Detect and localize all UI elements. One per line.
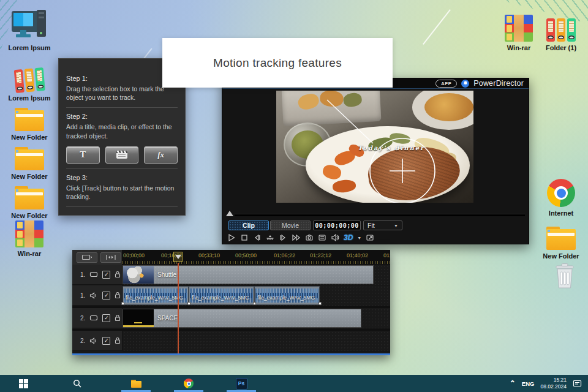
fit-range-icon [105, 254, 116, 260]
track-lane-audio-1[interactable]: file_example_WAV_5MG file_example_WAV_5M… [123, 285, 390, 306]
track-view-button[interactable] [77, 252, 97, 263]
seek-thumb[interactable] [226, 211, 233, 216]
desktop-icon-binders[interactable]: Folder (1) [535, 10, 587, 51]
add-media-clip-button[interactable] [105, 146, 139, 164]
timeline-toolbar [72, 250, 123, 265]
fx-icon: fx [157, 150, 164, 160]
lock-icon[interactable] [115, 271, 121, 278]
desktop-icon-internet[interactable]: Internet [535, 175, 587, 217]
track-enable-checkbox[interactable]: ✓ [102, 292, 110, 300]
desktop-icon-folder[interactable]: New Folder [535, 218, 587, 260]
desktop-icon-winrar[interactable]: Win-rar [4, 216, 55, 257]
start-button[interactable] [15, 375, 32, 392]
action-center-icon[interactable] [573, 380, 582, 388]
clock-date: 08.02.2024 [540, 383, 567, 390]
3d-mode-button[interactable]: 3D [344, 233, 353, 242]
seek-track[interactable] [235, 214, 525, 216]
next-frame-button[interactable] [279, 233, 287, 242]
desktop-icon-label: Lorem Ipsum [4, 44, 55, 51]
desktop-icon-folder[interactable]: New Folder [4, 178, 55, 219]
track-lane-video-2[interactable]: SPACE [123, 308, 390, 329]
lock-icon[interactable] [115, 292, 121, 299]
app-title: PowerDirector [473, 79, 524, 88]
play-button[interactable] [227, 233, 236, 242]
clip-handle[interactable] [253, 302, 256, 305]
seek-bar[interactable] [226, 211, 525, 217]
lock-icon[interactable] [115, 314, 121, 322]
tray-chevron-icon[interactable]: ⌃ [510, 379, 516, 388]
desktop-icon-recycle-bin[interactable] [539, 261, 588, 289]
taskbar-file-explorer[interactable] [126, 375, 146, 392]
track-number: 2. [80, 337, 85, 344]
video-clip-shuttle[interactable]: Shuttle [123, 265, 374, 284]
ruler-label: 00;33;10 [198, 252, 220, 258]
taskbar-photoshop[interactable]: Ps [232, 375, 251, 392]
notification-bell-icon[interactable] [461, 80, 469, 88]
track-lane-video-1[interactable]: Shuttle [123, 265, 390, 285]
fit-timeline-button[interactable] [100, 252, 121, 263]
desktop-icon-folder[interactable]: New Folder [4, 138, 55, 180]
language-indicator[interactable]: ENG [522, 380, 535, 387]
chevron-down-icon[interactable]: ▼ [357, 236, 361, 240]
stop-button[interactable] [240, 233, 249, 242]
folder-icon [15, 108, 44, 131]
app-badge[interactable]: APP [435, 80, 457, 88]
add-effect-button[interactable]: fx [144, 146, 178, 164]
track-enable-checkbox[interactable]: ✓ [102, 314, 110, 322]
clip-handle[interactable] [187, 302, 190, 305]
desktop-icon-binders[interactable]: Lorem Ipsum [4, 60, 55, 102]
previous-frame-button[interactable] [253, 233, 262, 242]
timecode-display: 00;00;00;00 [313, 221, 361, 230]
track-enable-checkbox[interactable]: ✓ [102, 337, 110, 345]
taskbar-clock[interactable]: 15:21 08.02.2024 [540, 377, 567, 390]
chrome-icon [184, 379, 194, 388]
zoom-mode-dropdown[interactable]: Fit ▼ [363, 221, 402, 230]
wallpaper-streak [423, 9, 451, 45]
taskbar-search-button[interactable] [69, 375, 86, 392]
desktop-icon-label: Win-rar [4, 250, 55, 257]
taskbar: Ps ⌃ ENG 15:21 08.02.2024 [0, 375, 588, 392]
video-track-icon [89, 271, 98, 277]
clip-mode-button[interactable]: Clip [228, 221, 269, 230]
playhead-marker[interactable] [173, 252, 183, 262]
ruler-label: 01;23;12 [310, 252, 331, 258]
desktop-icon-folder[interactable]: New Folder [4, 99, 55, 141]
ruler-label: 00;00;00 [123, 252, 145, 258]
audio-clip[interactable]: file_example_WAV_5MG [189, 286, 254, 305]
clip-label: Shuttle [157, 271, 176, 278]
volume-button[interactable] [331, 233, 339, 242]
binders-icon [13, 64, 45, 93]
track-header-audio-2: 2. ✓ [72, 331, 123, 351]
taskbar-chrome[interactable] [179, 375, 198, 392]
video-preview[interactable]: Today's dinner [276, 91, 473, 203]
add-title-button[interactable]: T [66, 146, 100, 164]
step2-text: Add a title, media clip, or effect to th… [66, 123, 178, 140]
folder-icon [546, 227, 576, 250]
windows-logo-icon [19, 379, 28, 388]
desktop-icon-label: Folder (1) [535, 44, 587, 51]
track-enable-checkbox[interactable]: ✓ [102, 271, 110, 279]
overlay-caption: Today's dinner [358, 145, 424, 151]
track-lane-audio-2[interactable] [123, 331, 390, 352]
desktop-icon-computer[interactable]: Lorem Ipsum [4, 10, 55, 51]
display-options-button[interactable] [318, 233, 326, 242]
timeline-ruler[interactable]: 00;00;00 00;16;20 00;33;10 00;50;00 01;0… [123, 250, 390, 265]
zoom-mode-value: Fit [368, 222, 375, 229]
clip-handle[interactable] [121, 302, 124, 305]
playhead-line[interactable] [178, 263, 179, 353]
clip-handle[interactable] [318, 302, 322, 305]
track-header-audio-1: 1. ✓ [72, 285, 123, 306]
audio-track-icon [89, 337, 98, 344]
detach-window-button[interactable] [366, 233, 374, 242]
audio-clip[interactable]: file_example_WAV_5MG [254, 286, 320, 305]
clock-time: 15:21 [540, 377, 567, 383]
snapshot-button[interactable] [305, 233, 314, 242]
step-seek-button[interactable] [266, 233, 274, 242]
lock-icon[interactable] [115, 337, 121, 344]
fast-forward-button[interactable] [292, 233, 301, 242]
movie-mode-button[interactable]: Movie [270, 221, 311, 230]
winrar-icon [505, 15, 533, 42]
track-number: 1. [80, 271, 85, 278]
video-clip-space[interactable]: SPACE [123, 309, 361, 328]
ruler-label: 00;50;00 [235, 252, 257, 258]
